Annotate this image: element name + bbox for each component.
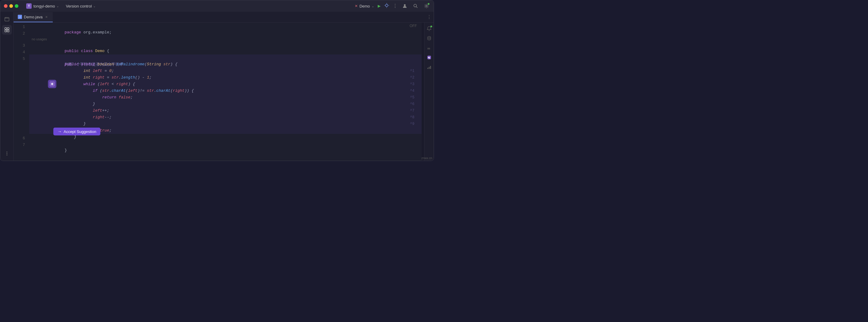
- line-num-ghost-4: [13, 82, 29, 89]
- traffic-lights: [4, 4, 19, 8]
- file-explorer-icon[interactable]: [2, 14, 12, 24]
- run-config-label: Demo: [360, 4, 370, 8]
- ai-badge-inner: [50, 81, 55, 87]
- ghost-line-10: return true;: [29, 121, 422, 127]
- line-num-1: 1: [13, 24, 29, 30]
- database-icon[interactable]: [426, 35, 433, 42]
- svg-point-0: [385, 4, 388, 7]
- line-num-ghost-5: [13, 89, 29, 96]
- close-button[interactable]: [4, 4, 7, 8]
- svg-rect-6: [5, 28, 7, 30]
- more-actions-button[interactable]: ⋮: [393, 3, 398, 9]
- svg-point-1: [404, 4, 406, 6]
- main-area: J Demo.java ✕ ⋮ 1 2 3 4: [0, 12, 434, 161]
- ghost-line-5: return false; ^6: [29, 87, 422, 94]
- line-num-empty-1: 2: [13, 30, 29, 37]
- tabs-bar: J Demo.java ✕ ⋮: [13, 12, 434, 23]
- accept-icon: →: [58, 129, 62, 134]
- code-line-4: 判断一个字符串是否为回文字符串: [29, 48, 422, 55]
- code-line-1: package org.example;: [29, 23, 422, 29]
- line-num-4: 4: [13, 49, 29, 56]
- accept-suggestion-button[interactable]: → Accept Suggestion: [53, 128, 100, 135]
- tab-demo-java[interactable]: J Demo.java ✕: [13, 12, 53, 22]
- line-num-ghost-7: [13, 102, 29, 109]
- project-selector[interactable]: T tongyi-demo ⌄: [24, 2, 61, 10]
- settings-icon[interactable]: [423, 2, 430, 10]
- debug-button[interactable]: [384, 3, 389, 9]
- editor-area: J Demo.java ✕ ⋮ 1 2 3 4: [13, 12, 434, 161]
- ghost-line-11: } → Accept Suggestion: [29, 127, 422, 134]
- svg-rect-18: [430, 66, 431, 69]
- search-icon[interactable]: [412, 2, 419, 10]
- line-num-5: 5: [13, 56, 29, 62]
- project-name: tongyi-demo: [33, 4, 55, 8]
- svg-point-10: [6, 152, 7, 152]
- svg-point-2: [414, 4, 416, 7]
- maven-icon[interactable]: m: [426, 44, 433, 51]
- vcs-label: Version control: [66, 4, 92, 8]
- line-num-6: 6: [13, 135, 29, 142]
- java-file-icon: J: [18, 15, 22, 19]
- titlebar-right: ✕ Demo ⌄ ▶ ⋮: [355, 2, 430, 10]
- tab-label: Demo.java: [24, 15, 42, 19]
- project-chevron-icon: ⌄: [57, 4, 59, 8]
- run-config-selector[interactable]: ✕ Demo ⌄: [355, 4, 374, 8]
- code-column[interactable]: OFF package org.example; no usages publi…: [29, 23, 422, 161]
- line-numbers: 1 2 3 4 5: [13, 23, 29, 161]
- line-num-ghost-9: [13, 115, 29, 122]
- watermark: znwx.cn: [421, 156, 432, 160]
- code-line-3: public class Demo {: [29, 41, 422, 48]
- editor-content: 1 2 3 4 5: [13, 23, 434, 161]
- scrollbar-area[interactable]: [422, 23, 424, 161]
- code-line-5: public static boolean isPalindrome(Strin…: [29, 55, 422, 61]
- structure-icon[interactable]: [2, 25, 12, 35]
- line-num-ghost-3: [13, 75, 29, 82]
- ghost-line-2: int right = str.length() - 1; ^3: [29, 68, 422, 74]
- ghost-line-4: if (str.charAt(left)!= str.charAt(right)…: [29, 81, 422, 87]
- analytics-icon[interactable]: [426, 64, 433, 71]
- no-usages-label: no usages: [29, 36, 422, 41]
- minimize-button[interactable]: [9, 4, 13, 8]
- editor-main: 1 2 3 4 5: [13, 23, 424, 161]
- notifications-icon[interactable]: [426, 25, 433, 32]
- line-num-ghost-11: [13, 129, 29, 135]
- svg-rect-5: [5, 17, 9, 21]
- run-config-x-icon: ✕: [355, 4, 358, 8]
- svg-text:m: m: [427, 46, 430, 50]
- code-line-7: }: [29, 141, 422, 147]
- ai-assistant-icon[interactable]: [426, 54, 433, 61]
- tabs-more-button[interactable]: ⋮: [425, 12, 434, 22]
- maximize-button[interactable]: [15, 4, 19, 8]
- run-button[interactable]: ▶: [378, 3, 381, 9]
- more-tools-icon[interactable]: [2, 149, 12, 158]
- line-num-3: 3: [13, 42, 29, 49]
- svg-point-13: [428, 36, 431, 38]
- svg-point-11: [6, 153, 7, 154]
- ghost-line-8: right--; ^9: [29, 107, 422, 114]
- line-num-ghost-1: [13, 62, 29, 69]
- run-config-chevron-icon: ⌄: [372, 4, 374, 8]
- line-num-ghost-2: [13, 69, 29, 75]
- ghost-line-9: }: [29, 114, 422, 121]
- line-num-ghost-8: [13, 109, 29, 115]
- accept-btn-label: Accept Suggestion: [64, 130, 96, 134]
- ghost-line-7: left++; ^8: [29, 101, 422, 107]
- activity-bar: [0, 12, 13, 161]
- titlebar: T tongyi-demo ⌄ Version control ⌄ ✕ Demo…: [0, 0, 434, 12]
- app-window: T tongyi-demo ⌄ Version control ⌄ ✕ Demo…: [0, 0, 434, 161]
- ghost-line-1: int left = 0; ^2: [29, 61, 422, 68]
- vcs-chevron-icon: ⌄: [93, 4, 96, 8]
- tab-close-button[interactable]: ✕: [44, 15, 49, 19]
- ai-suggestion-badge: [48, 80, 56, 88]
- svg-rect-16: [427, 68, 428, 69]
- account-icon[interactable]: [401, 2, 408, 10]
- line-num-ghost-10: [13, 122, 29, 129]
- project-icon: T: [26, 3, 32, 9]
- svg-rect-17: [429, 67, 430, 69]
- svg-rect-7: [7, 28, 9, 30]
- line-num-7: 7: [13, 142, 29, 148]
- svg-point-4: [426, 5, 427, 7]
- vcs-button[interactable]: Version control ⌄: [64, 3, 98, 9]
- svg-line-3: [416, 7, 417, 8]
- svg-point-12: [6, 155, 7, 155]
